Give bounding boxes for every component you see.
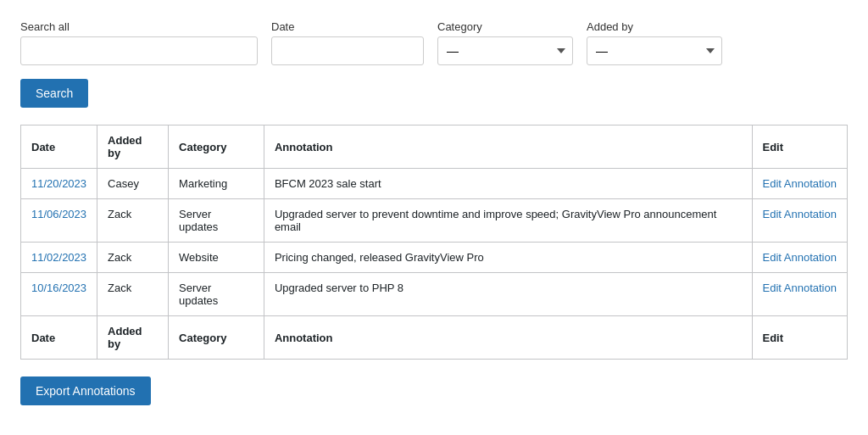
search-row: Search: [20, 79, 848, 108]
col-header-annotation: Annotation: [264, 125, 752, 169]
date-filter-label: Date: [271, 20, 424, 33]
table-row: 11/02/2023ZackWebsitePricing changed, re…: [21, 243, 848, 273]
cell-annotation: Pricing changed, released GravityView Pr…: [264, 243, 752, 273]
cell-category: Marketing: [169, 169, 264, 199]
date-filter-input[interactable]: [271, 36, 424, 65]
edit-annotation-link[interactable]: Edit Annotation: [763, 208, 837, 220]
category-filter-group: Category —MarketingServer updatesWebsite: [437, 20, 573, 65]
col-header-edit: Edit: [752, 125, 848, 169]
added-by-filter-group: Added by —CaseyZack: [587, 20, 722, 65]
date-link[interactable]: 11/06/2023: [31, 208, 86, 220]
cell-added-by: Zack: [97, 243, 169, 273]
col-header-added-by: Added by: [97, 125, 169, 169]
table-header: Date Added by Category Annotation Edit: [21, 125, 848, 169]
edit-annotation-link[interactable]: Edit Annotation: [763, 177, 837, 190]
date-link[interactable]: 10/16/2023: [31, 282, 86, 294]
footer-col-added-by: Added by: [97, 316, 169, 360]
footer-col-edit: Edit: [752, 316, 848, 360]
cell-date: 11/02/2023: [21, 243, 97, 273]
cell-added-by: Zack: [97, 199, 169, 243]
edit-annotation-link[interactable]: Edit Annotation: [763, 251, 837, 264]
export-row: Export Annotations: [20, 376, 848, 405]
table-row: 11/20/2023CaseyMarketingBFCM 2023 sale s…: [21, 169, 848, 199]
col-header-category: Category: [169, 125, 264, 169]
date-link[interactable]: 11/20/2023: [31, 177, 86, 190]
date-link[interactable]: 11/02/2023: [31, 251, 86, 264]
cell-date: 11/20/2023: [21, 169, 97, 199]
cell-annotation: Upgraded server to prevent downtime and …: [264, 199, 752, 243]
table-body: 11/20/2023CaseyMarketingBFCM 2023 sale s…: [21, 169, 848, 316]
cell-category: Server updates: [169, 273, 264, 316]
cell-date: 10/16/2023: [21, 273, 97, 316]
category-filter-select[interactable]: —MarketingServer updatesWebsite: [437, 36, 573, 65]
cell-edit: Edit Annotation: [752, 273, 848, 316]
added-by-filter-label: Added by: [587, 20, 722, 33]
cell-edit: Edit Annotation: [752, 199, 848, 243]
cell-annotation: Upgraded server to PHP 8: [264, 273, 752, 316]
table-footer-row: Date Added by Category Annotation Edit: [21, 316, 848, 360]
edit-annotation-link[interactable]: Edit Annotation: [763, 282, 837, 294]
footer-col-category: Category: [169, 316, 264, 360]
table-header-row: Date Added by Category Annotation Edit: [21, 125, 848, 169]
date-filter-group: Date: [271, 20, 424, 65]
cell-added-by: Zack: [97, 273, 169, 316]
cell-edit: Edit Annotation: [752, 169, 848, 199]
cell-date: 11/06/2023: [21, 199, 97, 243]
table-footer: Date Added by Category Annotation Edit: [21, 316, 848, 360]
search-all-label: Search all: [20, 20, 258, 33]
table-row: 10/16/2023ZackServer updatesUpgraded ser…: [21, 273, 848, 316]
search-all-input[interactable]: [20, 36, 258, 65]
search-button[interactable]: Search: [20, 79, 88, 108]
cell-edit: Edit Annotation: [752, 243, 848, 273]
footer-col-annotation: Annotation: [264, 316, 752, 360]
col-header-date: Date: [21, 125, 97, 169]
added-by-filter-select[interactable]: —CaseyZack: [587, 36, 722, 65]
search-all-group: Search all: [20, 20, 258, 65]
cell-added-by: Casey: [97, 169, 169, 199]
table-row: 11/06/2023ZackServer updatesUpgraded ser…: [21, 199, 848, 243]
footer-col-date: Date: [21, 316, 97, 360]
cell-annotation: BFCM 2023 sale start: [264, 169, 752, 199]
export-annotations-button[interactable]: Export Annotations: [20, 376, 151, 405]
category-filter-label: Category: [437, 20, 573, 33]
cell-category: Server updates: [169, 199, 264, 243]
annotations-table: Date Added by Category Annotation Edit 1…: [20, 125, 848, 360]
cell-category: Website: [169, 243, 264, 273]
